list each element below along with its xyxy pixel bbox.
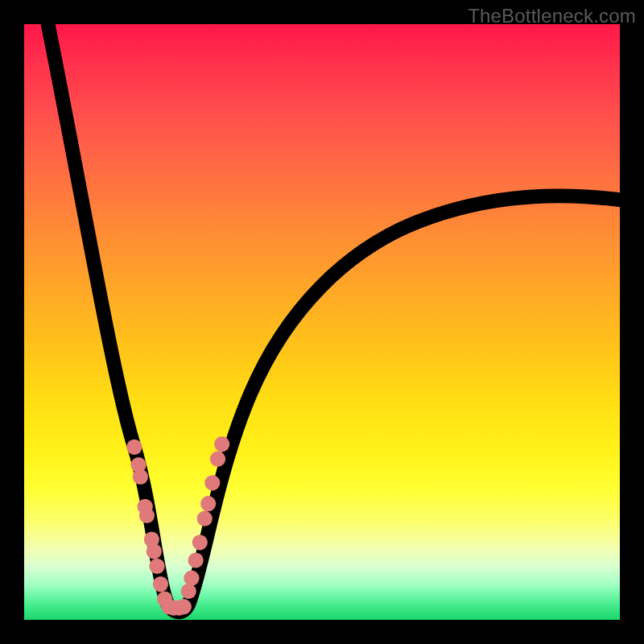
chart-stage: TheBottleneck.com [0, 0, 644, 644]
curve-layer [24, 24, 620, 620]
marker-right-0 [181, 584, 196, 599]
plot-area [24, 24, 620, 620]
marker-left-0 [126, 440, 142, 455]
marker-right-6 [204, 475, 220, 490]
bottleneck-curve [48, 24, 620, 612]
marker-right-3 [192, 535, 208, 550]
marker-right-4 [197, 511, 213, 526]
marker-right-2 [188, 552, 204, 568]
marker-left-7 [149, 559, 164, 574]
marker-right-7 [210, 452, 225, 467]
marker-right-5 [200, 496, 216, 511]
marker-bottom-3 [176, 599, 192, 614]
marker-right-1 [184, 571, 199, 586]
marker-left-2 [133, 469, 148, 485]
marker-right-8 [214, 436, 229, 452]
marker-left-6 [147, 543, 162, 559]
marker-left-8 [153, 576, 168, 592]
marker-left-4 [139, 508, 155, 523]
